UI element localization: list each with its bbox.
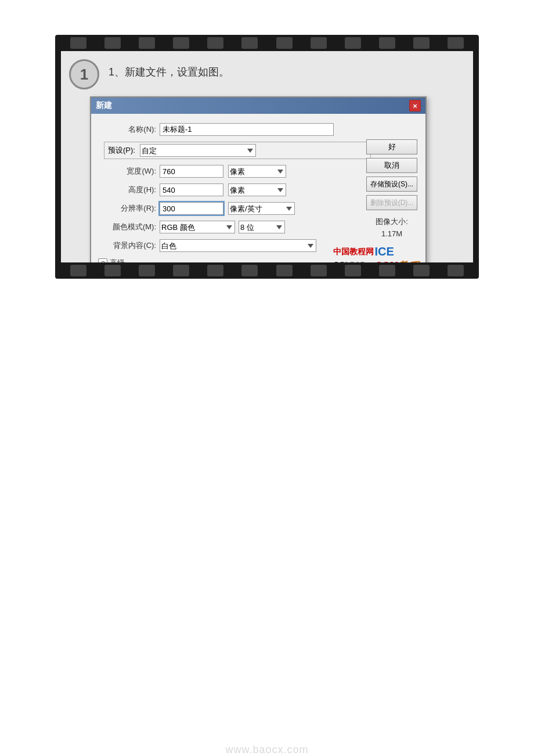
wm-tutorial: 教程: [400, 259, 421, 262]
new-file-dialog: 新建 × 名称(N): 预设(P):: [90, 96, 427, 262]
film-strip: PHOTOSHOP 1 1、新建文件，设置如图。 新建 ×: [55, 35, 479, 279]
preset-select[interactable]: 自定: [140, 144, 256, 157]
film-hole: [345, 265, 361, 276]
image-size-value: 1.17M: [366, 228, 417, 240]
advanced-toggle-icon[interactable]: ⊙: [98, 258, 107, 262]
wm-cn-text: 中国教程网: [333, 247, 374, 257]
color-mode-label: 颜色模式(M):: [98, 222, 156, 232]
film-holes-top: [55, 35, 479, 51]
wm-ice-text: ICE: [375, 245, 394, 258]
film-hole: [207, 265, 223, 276]
film-content-area: PHOTOSHOP 1 1、新建文件，设置如图。 新建 ×: [61, 51, 473, 262]
preset-label: 预设(P):: [108, 145, 135, 156]
film-hole: [276, 37, 293, 49]
color-depth-select[interactable]: 8 位: [239, 221, 285, 233]
film-hole: [413, 37, 430, 49]
resolution-label: 分辨率(R):: [98, 203, 156, 214]
film-hole: [379, 265, 395, 276]
bottom-url-watermark: www.baocx.com: [225, 744, 308, 756]
height-label: 高度(H):: [98, 185, 156, 195]
bg-content-label: 背景内容(C):: [98, 240, 156, 251]
film-hole: [311, 37, 327, 49]
height-unit-select[interactable]: 像素: [228, 183, 286, 196]
wm-com: COM: [374, 260, 398, 262]
dialog-buttons: 好 取消 存储预设(S)... 删除预设(D)... 图像大小: 1.17M: [366, 139, 417, 240]
step-instruction: 1、新建文件，设置如图。: [109, 65, 229, 79]
film-hole: [413, 265, 430, 276]
color-mode-select[interactable]: RGB 颜色: [160, 221, 235, 233]
delete-preset-button[interactable]: 删除预设(D)...: [366, 195, 417, 210]
dialog-watermarks: 中国教程网 ICE JCVVCn.COM 教程: [333, 245, 421, 262]
film-hole: [70, 265, 86, 276]
width-unit-select[interactable]: 像素: [228, 165, 286, 178]
dialog-body: 名称(N): 预设(P): 自定 宽度(W):: [91, 114, 425, 262]
dialog-close-button[interactable]: ×: [409, 100, 421, 111]
film-hole: [104, 265, 121, 276]
film-hole: [448, 265, 464, 276]
film-hole: [448, 37, 464, 49]
film-hole: [345, 37, 361, 49]
image-size-section: 图像大小: 1.17M: [366, 216, 417, 240]
film-hole: [139, 265, 155, 276]
film-hole: [70, 37, 86, 49]
width-label: 宽度(W):: [98, 166, 156, 177]
image-size-label: 图像大小:: [366, 216, 417, 228]
resolution-unit-select[interactable]: 像素/英寸: [228, 202, 295, 215]
film-holes-bottom: [55, 262, 479, 279]
wm-jcvvcn: JC: [333, 260, 346, 262]
film-hole: [173, 37, 189, 49]
film-hole: [311, 265, 327, 276]
width-input[interactable]: [160, 165, 223, 178]
save-preset-button[interactable]: 存储预设(S)...: [366, 177, 417, 192]
name-label: 名称(N):: [98, 124, 156, 135]
film-hole: [241, 37, 258, 49]
dialog-title: 新建: [96, 100, 112, 111]
film-hole: [241, 265, 258, 276]
resolution-input[interactable]: [160, 202, 223, 215]
film-hole: [173, 265, 189, 276]
preset-group: 预设(P): 自定: [104, 142, 371, 159]
film-hole: [379, 37, 395, 49]
name-row: 名称(N):: [98, 123, 418, 136]
film-hole: [104, 37, 121, 49]
height-input[interactable]: [160, 183, 223, 196]
name-input[interactable]: [160, 123, 334, 136]
cancel-button[interactable]: 取消: [366, 158, 417, 173]
film-hole: [276, 265, 293, 276]
step-number-circle: 1: [69, 59, 99, 89]
page-background: PHOTOSHOP 1 1、新建文件，设置如图。 新建 ×: [0, 0, 534, 756]
dialog-titlebar: 新建 ×: [91, 98, 425, 114]
ok-button[interactable]: 好: [366, 139, 417, 154]
advanced-label: 高级: [110, 258, 125, 262]
film-hole: [207, 37, 223, 49]
bg-content-select[interactable]: 白色: [160, 239, 316, 252]
film-hole: [139, 37, 155, 49]
